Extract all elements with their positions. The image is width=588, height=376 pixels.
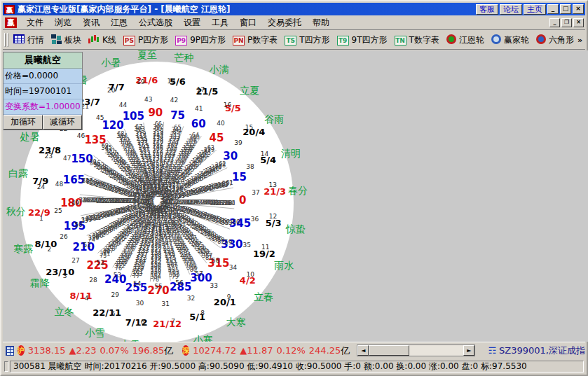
solar-term-label: 寒露 <box>13 243 33 256</box>
date-index: 10 <box>247 271 254 278</box>
date-label: 21/12 <box>153 319 182 329</box>
date-second-index: 46 <box>77 132 85 139</box>
solar-term-label: 处暑 <box>20 131 40 144</box>
toolbar-button-T四方形[interactable]: TST四方形 <box>281 33 333 48</box>
solar-term-label: 惊蛰 <box>286 223 306 236</box>
solar-term-label: 立夏 <box>240 85 259 97</box>
menu-item[interactable]: 资讯 <box>77 15 105 30</box>
solar-term-label: 芒种 <box>174 52 193 64</box>
degree-label: 105 <box>123 110 144 123</box>
toolbar-button-9T四方形[interactable]: T99T四方形 <box>334 33 391 48</box>
scrollbar-thumb[interactable] <box>369 345 409 356</box>
toolbar-button-P数字表[interactable]: PNP数字表 <box>229 33 281 48</box>
sz-index-change: ▲11.87 <box>240 345 273 356</box>
cycle-button-加循环[interactable]: 加循环 <box>4 115 43 130</box>
sz-index-pct: 0.12% <box>277 345 306 356</box>
degree-label: 45 <box>209 132 224 144</box>
title-bar: 赢 赢家江恩专业版[赢家内部服务平台] - [晨曦航空 江恩轮] 客服论坛主页 … <box>3 3 585 15</box>
child-minimize-button[interactable]: _ <box>549 18 560 27</box>
date-second-index: 32 <box>187 295 195 302</box>
menu-item[interactable]: 帮助 <box>307 15 335 30</box>
date-second-index: 27 <box>71 257 79 264</box>
menu-item[interactable]: 交易委托 <box>262 15 307 30</box>
title-button-2[interactable]: 主页 <box>524 4 546 15</box>
menu-item[interactable]: 江恩 <box>105 15 133 30</box>
toolbar-button-江恩轮[interactable]: 江恩轮 <box>443 33 488 48</box>
scroll-right-arrow[interactable]: ► <box>463 345 474 356</box>
toolbar-button-板块[interactable]: 板块 <box>48 33 85 48</box>
solar-term-label: 秋分 <box>6 206 26 218</box>
date-second-index: 29 <box>111 291 118 298</box>
market-index-bar: 沪 3138.15 ▲2.23 0.07% 196.85 亿 深 10274.7… <box>3 342 585 358</box>
date-second-index: 36 <box>251 216 259 223</box>
menu-item[interactable]: 浏览 <box>49 15 77 30</box>
date-second-index: 30 <box>136 300 144 307</box>
spiral-number: 24 <box>160 199 167 205</box>
sz-index-amount: 244.25 <box>309 345 341 356</box>
menu-items: 文件浏览资讯江恩公式选股设置工具窗口交易委托帮助 <box>21 15 335 30</box>
toolbar-grip[interactable] <box>7 33 8 47</box>
cycle-button-减循环[interactable]: 减循环 <box>43 115 82 130</box>
menu-item[interactable]: 设置 <box>178 15 206 30</box>
toolbar-overflow-chevron[interactable]: » <box>577 36 582 45</box>
toolbar-button-K线[interactable]: K线 <box>85 33 120 48</box>
toolbar-button-T数字表[interactable]: TNT数字表 <box>391 33 443 48</box>
toolbar-label: 9P四方形 <box>190 34 226 46</box>
status-bar: 300581 晨曦航空 时间:20170216 开:90.5000 高:90.5… <box>3 359 585 374</box>
toolbar-button-行情[interactable]: 行情 <box>10 33 48 48</box>
sh-index-change: ▲2.23 <box>69 345 96 356</box>
degree-label: 0 <box>239 194 246 207</box>
date-second-index: 44 <box>119 102 127 109</box>
title-button-1[interactable]: 论坛 <box>500 4 522 15</box>
degree-index: 49 <box>71 200 79 207</box>
date-second-index: 43 <box>144 96 152 103</box>
menu-item[interactable]: 窗口 <box>234 15 262 30</box>
horizontal-scrollbar[interactable]: ◄ ► <box>357 344 475 356</box>
solar-term-label: 谷雨 <box>264 113 284 126</box>
degree-index: 59 <box>224 239 232 246</box>
panel-row-2: 变换系数=1.00000 <box>4 99 82 115</box>
toolbar-grip[interactable] <box>4 33 6 47</box>
scroll-left-arrow[interactable]: ◄ <box>357 345 369 356</box>
toolbar-button-六角形[interactable]: 六角形 <box>533 33 577 48</box>
solar-term-label: 立春 <box>254 291 273 304</box>
date-index: 17 <box>197 86 205 93</box>
gann-wheel: 清明5/413371561337853131092891332651572411… <box>3 50 588 342</box>
minimize-button[interactable]: _ <box>547 4 559 14</box>
degree-index: 54 <box>133 280 141 287</box>
degree-label: 120 <box>102 119 123 132</box>
child-restore-button[interactable]: ❐ <box>561 18 572 27</box>
menu-item[interactable]: 公式选股 <box>133 15 178 30</box>
toolbar-button-9P四方形[interactable]: P99P四方形 <box>172 33 229 48</box>
toolbar-label: 赢家轮 <box>504 34 529 46</box>
degree-index: 57 <box>195 270 203 277</box>
toolbar-label: T四方形 <box>299 34 329 46</box>
toolbar: 行情板块K线PSP四方形P99P四方形PNP数字表TST四方形T99T四方形TN… <box>3 31 585 50</box>
degree-label: 15 <box>232 171 247 183</box>
menu-item[interactable]: 文件 <box>21 15 49 30</box>
maximize-button[interactable]: □ <box>560 4 571 14</box>
date-index: 9 <box>227 293 231 300</box>
quote-grid-icon[interactable] <box>6 346 14 356</box>
toolbar-button-赢家轮[interactable]: 赢家轮 <box>488 33 533 48</box>
menu-item[interactable]: 工具 <box>206 15 234 30</box>
badge-PS-icon: PS <box>123 35 135 46</box>
date-second-index: 28 <box>89 277 97 284</box>
date-second-index: 33 <box>210 282 217 289</box>
current-index-label[interactable]: SZ399001,深证成指 <box>499 344 585 357</box>
sh-amount-unit: 亿 <box>164 344 173 357</box>
toolbar-button-P四方形[interactable]: PSP四方形 <box>120 33 172 48</box>
date-index: 14 <box>261 151 268 158</box>
toolbar-label: T数字表 <box>409 34 439 46</box>
solar-term-label: 小雪 <box>86 327 105 340</box>
title-button-0[interactable]: 客服 <box>476 4 498 15</box>
child-close-button[interactable]: × <box>573 18 584 27</box>
degree-index: 60 <box>232 218 240 225</box>
stock-status-text: 300581 晨曦航空 时间:20170216 开:90.5000 高:90.5… <box>10 361 584 372</box>
close-button[interactable]: × <box>573 4 584 14</box>
toolbar-label: K线 <box>102 34 116 46</box>
title-buttons: 客服论坛主页 <box>474 4 546 15</box>
date-second-index: 38 <box>246 163 254 170</box>
date-second-index: 48 <box>55 181 63 188</box>
date-second-index: 40 <box>217 120 224 127</box>
